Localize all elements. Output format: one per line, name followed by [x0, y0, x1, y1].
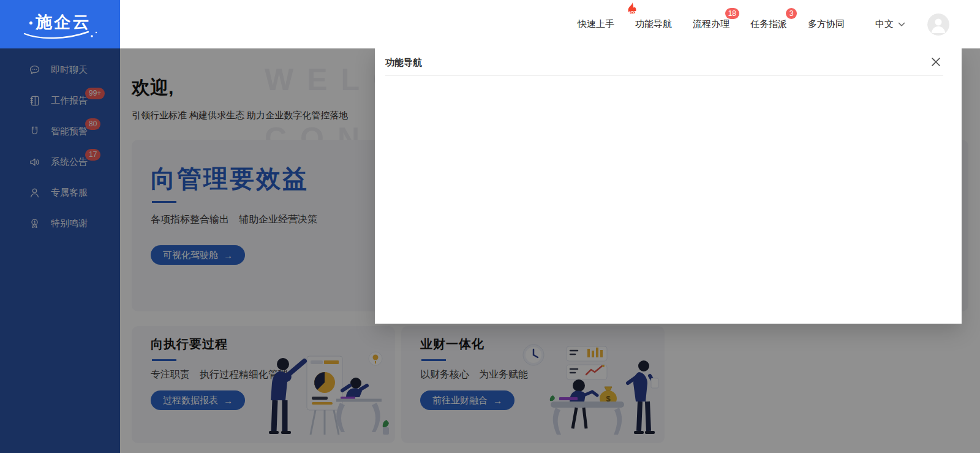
- svg-text:HOT: HOT: [627, 10, 637, 15]
- panel-title: 功能导航: [385, 57, 422, 69]
- user-avatar[interactable]: [927, 13, 949, 36]
- nav-item[interactable]: 流程办理 18: [693, 18, 729, 30]
- nav-item[interactable]: 任务指派 3: [750, 18, 787, 30]
- avatar-person-icon: [927, 13, 949, 36]
- close-icon[interactable]: [930, 56, 942, 68]
- function-navigation-panel: 功能导航: [375, 48, 962, 324]
- nav-item-label: 流程办理: [693, 18, 729, 29]
- nav-item[interactable]: 快速上手: [578, 18, 614, 30]
- top-nav: 快速上手 HOT 功能导航 流程办理 18 任务指派 3 多方协同: [578, 18, 875, 30]
- nav-badge: 3: [786, 8, 797, 19]
- nav-item-label: 快速上手: [578, 18, 614, 29]
- brand-logo[interactable]: 施企云: [0, 0, 120, 48]
- chevron-down-icon: [898, 22, 905, 27]
- nav-item-label: 多方协同: [808, 18, 845, 29]
- nav-item[interactable]: 多方协同: [808, 18, 845, 30]
- language-selector[interactable]: 中文: [875, 18, 905, 30]
- hot-flame-icon: HOT: [622, 2, 643, 18]
- language-label: 中文: [875, 18, 894, 30]
- logo-wave-icon: [21, 30, 99, 40]
- divider: [385, 75, 943, 76]
- nav-item-label: 功能导航: [635, 18, 672, 29]
- nav-badge: 18: [725, 8, 739, 19]
- nav-item[interactable]: HOT 功能导航: [635, 18, 672, 30]
- logo-dot-icon: [29, 21, 32, 25]
- nav-item-label: 任务指派: [750, 18, 787, 29]
- top-header: 施企云 快速上手 HOT 功能导航 流程办理 18 任务指派 3 多方协同: [0, 0, 980, 48]
